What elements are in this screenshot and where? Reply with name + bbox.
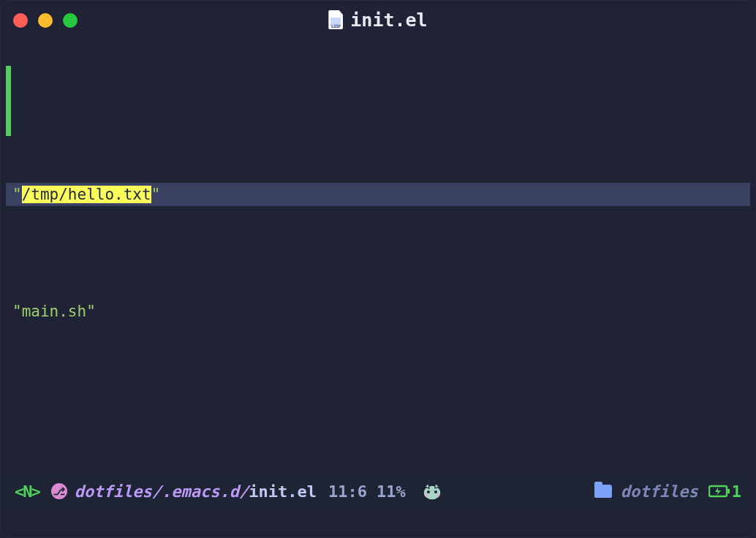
battery-percent: 1 bbox=[732, 482, 741, 501]
buffer-path-dir: dotfiles/.emacs.d/ bbox=[75, 482, 249, 501]
git-gutter-added-icon bbox=[6, 66, 11, 136]
vcs-segment: ⎇ dotfiles/.emacs.d/init.el bbox=[51, 482, 317, 501]
title: LISP init.el bbox=[328, 10, 427, 31]
svg-point-4 bbox=[434, 490, 437, 493]
file-type-icon-label: LISP bbox=[328, 23, 343, 29]
modeline: <N> ⎇ dotfiles/.emacs.d/init.el 11:6 11%… bbox=[6, 475, 750, 507]
cursor-position: 11:6 11% bbox=[328, 482, 406, 501]
battery-charging-icon bbox=[708, 484, 730, 499]
project-name: dotfiles bbox=[621, 482, 698, 501]
svg-rect-8 bbox=[727, 489, 730, 493]
svg-point-6 bbox=[436, 494, 439, 496]
battery-segment: 1 bbox=[708, 482, 741, 501]
svg-marker-9 bbox=[715, 488, 721, 496]
svg-point-5 bbox=[425, 494, 428, 496]
editor[interactable]: "/tmp/hello.txt" "main.sh" (defvar strai… bbox=[6, 66, 750, 468]
code-line[interactable] bbox=[6, 417, 750, 440]
folder-icon bbox=[594, 485, 612, 498]
region-selection: /tmp/hello.txt bbox=[22, 186, 151, 203]
svg-point-3 bbox=[427, 490, 430, 493]
close-icon[interactable] bbox=[13, 13, 28, 28]
buffer-path-file: init.el bbox=[249, 482, 317, 501]
code-line[interactable]: "main.sh" bbox=[6, 300, 750, 323]
project-segment: dotfiles bbox=[594, 482, 698, 501]
zoom-icon[interactable] bbox=[63, 13, 78, 28]
window-controls bbox=[13, 13, 78, 28]
title-filename: init.el bbox=[350, 10, 427, 31]
file-type-icon: LISP bbox=[328, 10, 343, 29]
minimize-icon[interactable] bbox=[38, 13, 53, 28]
git-branch-icon: ⎇ bbox=[51, 483, 67, 499]
evil-state-indicator: <N> bbox=[15, 482, 39, 501]
titlebar: LISP init.el bbox=[0, 0, 756, 39]
nyan-cat-icon bbox=[417, 481, 444, 501]
code-line[interactable]: "/tmp/hello.txt" bbox=[6, 183, 750, 206]
